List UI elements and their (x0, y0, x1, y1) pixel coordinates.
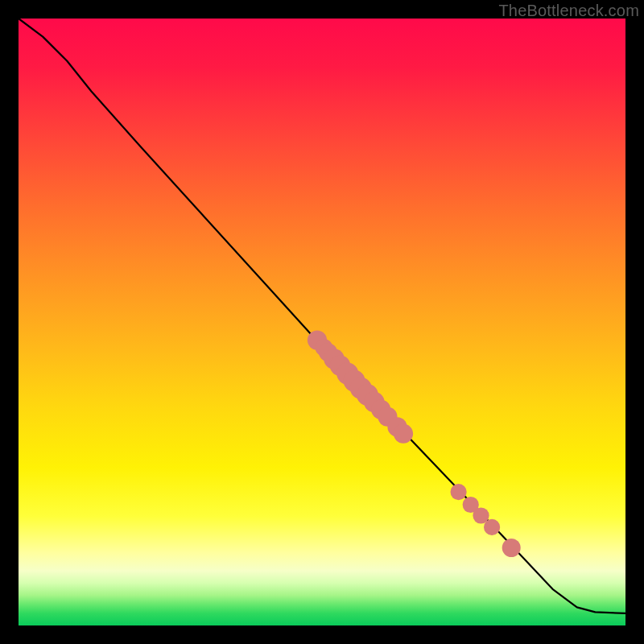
data-marker (484, 519, 500, 535)
data-marker (394, 424, 413, 444)
watermark-text: TheBottleneck.com (498, 2, 639, 20)
chart-plot-area (19, 19, 625, 625)
chart-frame: TheBottleneck.com (0, 0, 644, 644)
data-marker (451, 484, 467, 500)
bottleneck-curve (19, 19, 625, 613)
chart-svg (19, 19, 625, 625)
data-marker (502, 539, 521, 557)
